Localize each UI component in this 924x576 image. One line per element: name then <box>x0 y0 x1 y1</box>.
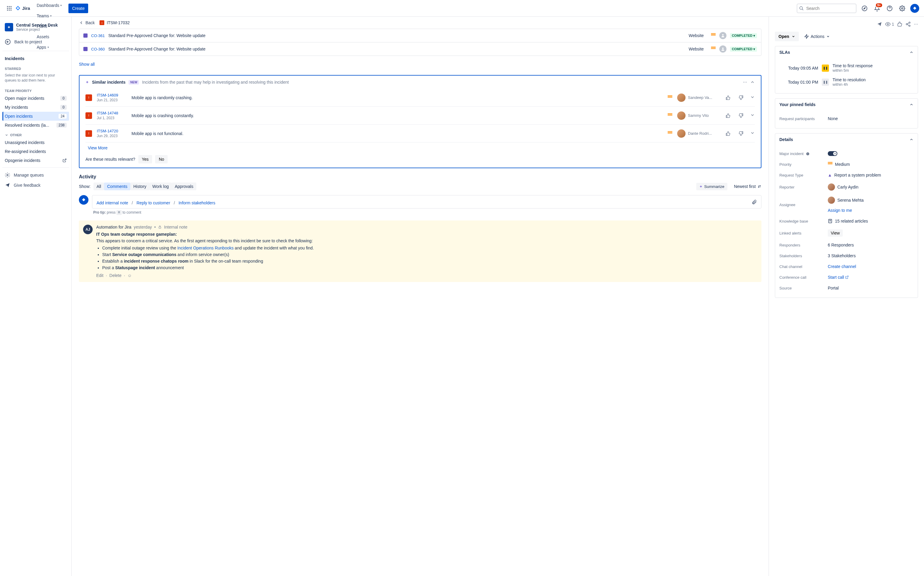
request-type-label: Request Type <box>779 173 824 178</box>
composer-box[interactable]: Add internal note / Reply to customer / … <box>92 195 761 208</box>
issue-key: ITSM-17032 <box>107 20 130 25</box>
svg-line-30 <box>907 24 909 26</box>
details-header[interactable]: Details <box>775 134 918 146</box>
more-icon[interactable]: ⋯ <box>914 22 918 27</box>
back-to-project[interactable]: Back to project <box>2 37 69 47</box>
queue-item[interactable]: Open major incidents0 <box>2 94 69 103</box>
svg-rect-0 <box>7 6 8 7</box>
queue-item[interactable]: Resolved incidents (la...238 <box>2 121 69 130</box>
manage-queues[interactable]: Manage queues <box>2 170 69 180</box>
relevance-no-button[interactable]: No <box>155 155 168 163</box>
major-incident-toggle[interactable] <box>828 151 838 156</box>
assignee-value[interactable]: Serena Mehta Assign to me <box>828 197 914 213</box>
nav-item-dashboards[interactable]: Dashboards ▾ <box>34 1 65 11</box>
lock-icon <box>158 225 162 229</box>
inform-stakeholders-link[interactable]: Inform stakeholders <box>178 200 215 205</box>
svg-point-9 <box>800 6 802 9</box>
other-item[interactable]: Re-assigned incidents <box>2 147 69 156</box>
activity-tab-approvals[interactable]: Approvals <box>172 182 196 190</box>
notifications-icon[interactable]: 9+ <box>873 4 882 13</box>
thumbs-down-button[interactable] <box>737 130 745 138</box>
reporter-label: Reporter <box>779 185 824 189</box>
queue-item[interactable]: Open incidents24 <box>2 112 69 121</box>
create-button[interactable]: Create <box>69 3 88 13</box>
info-icon[interactable] <box>806 152 810 156</box>
queue-item[interactable]: My incidents0 <box>2 103 69 112</box>
rp-toolbar: 1 ⋯ <box>775 21 918 27</box>
expand-chevron-icon[interactable] <box>750 95 755 101</box>
actions-dropdown[interactable]: Actions <box>801 32 833 41</box>
comment-content: IT Ops team outage response gameplan: Th… <box>96 232 757 270</box>
breadcrumb-row: Back ○ ITSM-17032 <box>72 17 769 26</box>
similar-desc: Incidents from the past that may help in… <box>142 80 740 85</box>
relevance-yes-button[interactable]: Yes <box>138 155 152 163</box>
responders-value[interactable]: 6 Responders <box>828 243 914 247</box>
participants-value[interactable]: None <box>828 116 914 121</box>
new-lozenge: NEW <box>128 80 139 85</box>
thumbs-down-button[interactable] <box>737 93 745 102</box>
main-scroll: CO-361Standard Pre-Approved Change for: … <box>72 26 769 576</box>
similar-collapse-icon[interactable] <box>750 80 755 85</box>
other-list: Unassigned incidentsRe-assigned incident… <box>2 138 69 165</box>
settings-icon[interactable] <box>898 4 907 13</box>
attach-icon[interactable] <box>751 200 757 206</box>
kb-value[interactable]: 15 related articles <box>828 219 914 224</box>
similar-more-icon[interactable]: ⋯ <box>743 80 747 85</box>
profile-avatar[interactable] <box>910 4 919 13</box>
add-internal-note-link[interactable]: Add internal note <box>96 200 128 205</box>
show-all-link[interactable]: Show all <box>79 59 95 69</box>
linked-alerts-view-button[interactable]: View <box>828 229 843 237</box>
other-label[interactable]: OTHER <box>2 130 69 138</box>
app-switcher-icon[interactable] <box>5 4 14 13</box>
share-icon[interactable] <box>905 21 911 27</box>
search-input[interactable] <box>797 3 857 13</box>
search-box <box>797 3 857 13</box>
back-button[interactable]: Back <box>79 20 95 25</box>
reply-to-customer-link[interactable]: Reply to customer <box>136 200 170 205</box>
thumbs-down-button[interactable] <box>737 112 745 120</box>
thumbs-up-button[interactable] <box>724 112 732 120</box>
create-channel-link[interactable]: Create channel <box>828 264 856 269</box>
stakeholders-value[interactable]: 3 Stakeholders <box>828 253 914 258</box>
other-item[interactable]: Unassigned incidents <box>2 138 69 147</box>
svg-rect-6 <box>7 10 8 10</box>
like-icon[interactable] <box>897 21 903 27</box>
reporter-value[interactable]: Carly Aydin <box>828 184 914 190</box>
sort-button[interactable]: Newest first <box>734 184 761 189</box>
watchers-icon[interactable]: 1 <box>885 21 894 27</box>
linked-issue-row[interactable]: CO-361Standard Pre-Approved Change for: … <box>79 29 761 42</box>
request-type-icon: ▲ <box>828 173 832 178</box>
expand-chevron-icon[interactable] <box>750 113 755 118</box>
thumbs-up-button[interactable] <box>724 93 732 102</box>
responders-label: Responders <box>779 243 824 247</box>
view-more-link[interactable]: View More <box>88 142 107 152</box>
give-feedback[interactable]: Give feedback <box>2 180 69 190</box>
edit-link[interactable]: Edit <box>96 273 103 278</box>
compass-icon[interactable] <box>860 4 869 13</box>
activity-tab-all[interactable]: All <box>93 182 104 190</box>
status-dropdown[interactable]: Open <box>775 32 799 41</box>
summarize-button[interactable]: ✦ Summarize <box>696 183 727 190</box>
linked-issue-row[interactable]: CO-360Standard Pre-Approved Change for: … <box>79 42 761 56</box>
assign-to-me-link[interactable]: Assign to me <box>828 208 852 213</box>
feedback-icon[interactable] <box>877 21 882 27</box>
reporter-avatar-icon <box>828 184 835 190</box>
issue-key-badge[interactable]: ○ ITSM-17032 <box>99 20 130 25</box>
start-call-link[interactable]: Start call <box>828 275 849 280</box>
other-item[interactable]: Opsgenie incidents <box>2 156 69 165</box>
priority-value[interactable]: Medium <box>828 162 914 167</box>
jira-logo[interactable]: Jira <box>15 5 30 11</box>
reaction-icon[interactable]: ☺ <box>127 273 131 278</box>
expand-chevron-icon[interactable] <box>750 131 755 136</box>
help-icon[interactable] <box>885 4 894 13</box>
delete-link[interactable]: Delete <box>109 273 121 278</box>
activity-tab-work-log[interactable]: Work log <box>149 182 172 190</box>
assignee-avatar-icon <box>828 197 835 204</box>
activity-tab-history[interactable]: History <box>130 182 149 190</box>
request-type-value[interactable]: ▲ Report a system problem <box>828 173 914 178</box>
search-icon <box>799 6 804 11</box>
thumbs-up-button[interactable] <box>724 130 732 138</box>
activity-tab-comments[interactable]: Comments <box>104 182 130 190</box>
slas-header[interactable]: SLAs <box>775 46 918 59</box>
pinned-header[interactable]: Your pinned fields <box>775 99 918 111</box>
